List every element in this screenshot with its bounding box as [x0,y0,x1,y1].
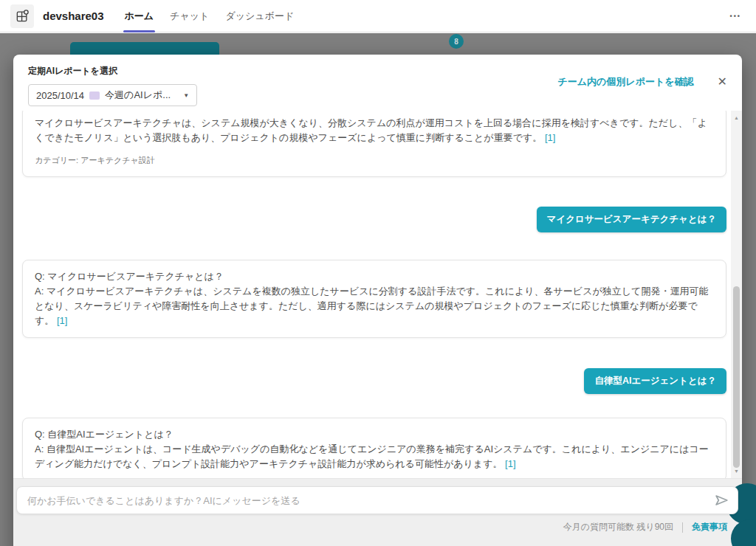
tab-home[interactable]: ホーム [125,0,154,32]
send-icon [713,492,729,508]
report-message-card: マイクロサービスアーキテクチャは、システム規模が大きくなり、分散システムの利点が… [22,111,726,177]
app-title: devshare03 [43,10,104,22]
tab-bar: ホーム チャット ダッシュボード [125,0,295,32]
tab-chat[interactable]: チャット [170,0,209,32]
citation-link[interactable]: [1] [545,132,555,143]
chat-scrollbar[interactable]: ▲ ▼ [731,111,742,478]
chat-content: マイクロサービスアーキテクチャは、システム規模が大きくなり、分散システムの利点が… [13,111,731,478]
send-button[interactable] [713,492,729,508]
modal-title: 定期AIレポートを選択 [28,65,197,77]
report-date: 2025/10/14 [36,90,84,101]
chevron-down-icon: ▼ [183,92,189,99]
scroll-down-icon[interactable]: ▼ [731,466,742,477]
scroll-up-icon[interactable]: ▲ [731,112,742,123]
message-input-row [16,486,738,514]
tab-dashboard[interactable]: ダッシュボード [225,0,294,32]
divider [682,522,683,533]
scrollbar-thumb[interactable] [733,286,740,468]
more-options-icon[interactable]: ••• [726,8,746,24]
user-question-chip[interactable]: 自律型AIエージェントとは？ [584,368,726,394]
report-text: マイクロサービスアーキテクチャは、システム規模が大きくなり、分散システムの利点が… [35,116,714,145]
user-message-row: 自律型AIエージェントとは？ [22,368,726,394]
disclaimer-link[interactable]: 免責事項 [692,521,727,533]
ai-report-modal: 定期AIレポートを選択 2025/10/14 今週のAIレポ... ▼ チーム内… [13,55,742,546]
report-category: カテゴリー: アーキテクチャ設計 [35,153,714,167]
answer-text: A: マイクロサービスアーキテクチャは、システムを複数の独立したサービスに分割す… [35,284,714,328]
answer-message-card: Q: 自律型AIエージェントとは？ A: 自律型AIエージェントは、コード生成や… [22,418,726,478]
app-top-bar: devshare03 ホーム チャット ダッシュボード ••• [0,0,756,32]
report-doc-icon [89,91,100,100]
footer-info-row: 今月の質問可能数 残り90回 免責事項 [13,521,742,533]
answer-question-line: Q: 自律型AIエージェントとは？ [35,427,714,442]
apps-icon[interactable] [10,4,34,28]
notification-badge: 8 [449,34,464,49]
report-select-dropdown[interactable]: 2025/10/14 今週のAIレポ... ▼ [28,84,197,106]
report-name: 今週のAIレポ... [105,89,171,102]
answer-text-body: A: 自律型AIエージェントは、コード生成やデバッグの自動化などを通じてエンジニ… [35,443,709,469]
report-text-body: マイクロサービスアーキテクチャは、システム規模が大きくなり、分散システムの利点が… [35,117,707,143]
answer-text-body: A: マイクロサービスアーキテクチャは、システムを複数の独立したサービスに分割す… [35,286,708,326]
modal-header-left: 定期AIレポートを選択 2025/10/14 今週のAIレポ... ▼ [28,65,197,106]
citation-link[interactable]: [1] [57,315,67,326]
user-message-row: マイクロサービスアーキテクチャとは？ [22,207,726,232]
ai-message-input[interactable] [16,486,738,514]
modal-footer: 今月の質問可能数 残り90回 免責事項 [13,478,742,546]
user-question-chip[interactable]: マイクロサービスアーキテクチャとは？ [537,207,726,232]
citation-link[interactable]: [1] [505,458,515,469]
modal-header-right: チーム内の個別レポートを確認 ✕ [557,75,727,89]
monthly-quota-text: 今月の質問可能数 残り90回 [563,521,673,533]
modal-header: 定期AIレポートを選択 2025/10/14 今週のAIレポ... ▼ チーム内… [13,55,742,111]
answer-text: A: 自律型AIエージェントは、コード生成やデバッグの自動化などを通じてエンジニ… [35,442,714,471]
grid-app-icon [15,9,30,24]
answer-question-line: Q: マイクロサービスアーキテクチャとは？ [35,269,714,284]
team-reports-link[interactable]: チーム内の個別レポートを確認 [557,75,693,89]
chat-scroll-area: マイクロサービスアーキテクチャは、システム規模が大きくなり、分散システムの利点が… [13,111,742,478]
close-icon[interactable]: ✕ [718,76,727,88]
answer-message-card: Q: マイクロサービスアーキテクチャとは？ A: マイクロサービスアーキテクチャ… [22,260,726,338]
